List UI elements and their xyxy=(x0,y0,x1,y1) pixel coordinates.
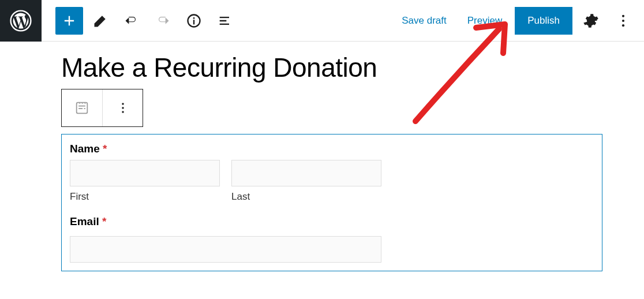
email-input[interactable] xyxy=(70,236,381,263)
name-label-text: Name xyxy=(70,143,100,155)
block-type-button[interactable] xyxy=(62,89,102,126)
info-icon xyxy=(186,13,202,29)
svg-rect-3 xyxy=(193,20,194,24)
editor-topbar: Save draft Preview Publish xyxy=(0,0,644,42)
info-button[interactable] xyxy=(180,7,208,35)
plus-icon xyxy=(61,13,77,29)
block-toolbar xyxy=(61,89,143,127)
svg-point-8 xyxy=(122,103,124,105)
toolbar-right: Save draft Preview Publish xyxy=(394,7,637,35)
outline-button[interactable] xyxy=(211,7,239,35)
form-block[interactable]: Name * First Last Email * xyxy=(61,134,602,271)
wordpress-logo[interactable] xyxy=(0,0,42,42)
svg-point-10 xyxy=(122,111,124,113)
email-field-label: Email * xyxy=(70,215,594,228)
required-mark: * xyxy=(103,143,107,155)
redo-button[interactable] xyxy=(149,7,177,35)
last-name-input[interactable] xyxy=(231,160,381,186)
svg-point-4 xyxy=(622,14,624,17)
preview-button[interactable]: Preview xyxy=(459,9,510,32)
gear-icon xyxy=(583,13,599,29)
svg-point-9 xyxy=(122,107,124,109)
redo-icon xyxy=(155,13,171,29)
add-block-button[interactable] xyxy=(55,7,83,35)
svg-point-2 xyxy=(193,17,195,18)
editor-content: Make a Recurring Donation Name * First L… xyxy=(0,52,644,271)
required-mark: * xyxy=(102,215,106,227)
page-title[interactable]: Make a Recurring Donation xyxy=(61,52,644,83)
name-row: First Last xyxy=(70,160,594,203)
first-name-col: First xyxy=(70,160,220,203)
first-name-input[interactable] xyxy=(70,160,220,186)
more-vertical-icon xyxy=(615,13,631,29)
form-block-icon xyxy=(74,100,90,116)
svg-point-5 xyxy=(622,19,624,21)
settings-button[interactable] xyxy=(577,7,605,35)
outline-icon xyxy=(217,13,233,29)
svg-rect-7 xyxy=(77,103,88,114)
block-more-button[interactable] xyxy=(102,89,143,126)
undo-button[interactable] xyxy=(118,7,145,35)
edit-tool-button[interactable] xyxy=(87,7,114,35)
last-name-sublabel: Last xyxy=(231,191,381,203)
first-name-sublabel: First xyxy=(70,191,220,203)
publish-button[interactable]: Publish xyxy=(515,7,572,35)
toolbar-left xyxy=(55,7,239,35)
email-label-text: Email xyxy=(70,215,99,227)
more-menu-button[interactable] xyxy=(609,7,637,35)
pencil-icon xyxy=(92,13,108,29)
wordpress-icon xyxy=(10,10,32,32)
name-field-label: Name * xyxy=(70,143,594,155)
more-vertical-icon xyxy=(115,100,131,116)
undo-icon xyxy=(123,13,140,29)
svg-point-6 xyxy=(622,24,624,27)
last-name-col: Last xyxy=(231,160,381,203)
save-draft-button[interactable]: Save draft xyxy=(394,9,455,32)
